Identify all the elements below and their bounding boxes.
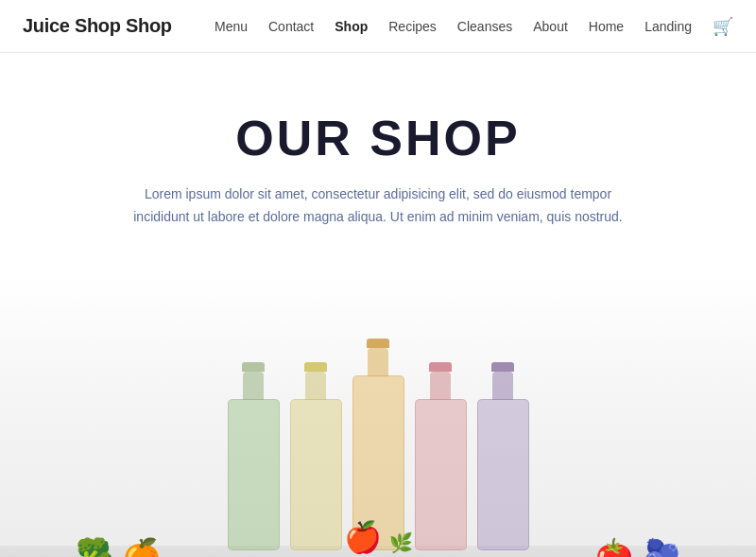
nav-cleanses[interactable]: Cleanses bbox=[457, 19, 512, 34]
nav-home[interactable]: Home bbox=[589, 19, 624, 34]
bottle-pink bbox=[412, 362, 469, 550]
brand-logo[interactable]: Juice Shop Shop bbox=[23, 15, 172, 37]
nav-landing[interactable]: Landing bbox=[644, 19, 692, 34]
bottle-cap bbox=[242, 362, 265, 372]
nav-recipes[interactable]: Recipes bbox=[388, 19, 437, 34]
hero-section: OUR SHOP Lorem ipsum dolor sit amet, con… bbox=[0, 53, 756, 257]
bottles-group bbox=[225, 276, 531, 557]
bottle-neck bbox=[243, 372, 264, 400]
bottle-cap bbox=[491, 362, 514, 372]
cart-icon[interactable]: 🛒 bbox=[713, 16, 733, 37]
nav-menu[interactable]: Menu bbox=[215, 19, 248, 34]
mint-icon: 🌿 bbox=[389, 533, 413, 552]
main-nav: Menu Contact Shop Recipes Cleanses About… bbox=[215, 16, 733, 37]
bottle-neck bbox=[305, 372, 326, 400]
bottle-body bbox=[477, 399, 529, 550]
bottle-neck bbox=[430, 372, 451, 400]
hero-heading: OUR SHOP bbox=[19, 110, 737, 166]
nav-shop[interactable]: Shop bbox=[335, 19, 368, 34]
bottle-body bbox=[415, 399, 467, 550]
bottle-neck bbox=[492, 372, 513, 400]
nav-about[interactable]: About bbox=[533, 19, 568, 34]
bottle-body bbox=[228, 399, 280, 550]
nav-contact[interactable]: Contact bbox=[268, 19, 314, 34]
apple-icon: 🍎 bbox=[344, 522, 382, 552]
bottle-cap bbox=[304, 362, 327, 372]
bottle-cap bbox=[367, 339, 389, 348]
fruits-center: 🍎 🌿 bbox=[344, 522, 413, 552]
bottle-green bbox=[225, 362, 282, 550]
hero-description: Lorem ipsum dolor sit amet, consectetur … bbox=[132, 183, 624, 229]
site-header: Juice Shop Shop Menu Contact Shop Recipe… bbox=[0, 0, 756, 53]
bottle-orange bbox=[350, 339, 406, 550]
juice-image-area: 🥦 🍊 🍅 🫐 🍎 🌿 bbox=[0, 276, 756, 557]
bottle-cap bbox=[429, 362, 452, 372]
bottle-yellow bbox=[287, 362, 344, 550]
bottle-neck bbox=[368, 348, 388, 376]
bottle-purple bbox=[474, 362, 531, 550]
juice-scene: 🥦 🍊 🍅 🫐 🍎 🌿 bbox=[0, 276, 756, 557]
bottle-body bbox=[290, 399, 342, 550]
